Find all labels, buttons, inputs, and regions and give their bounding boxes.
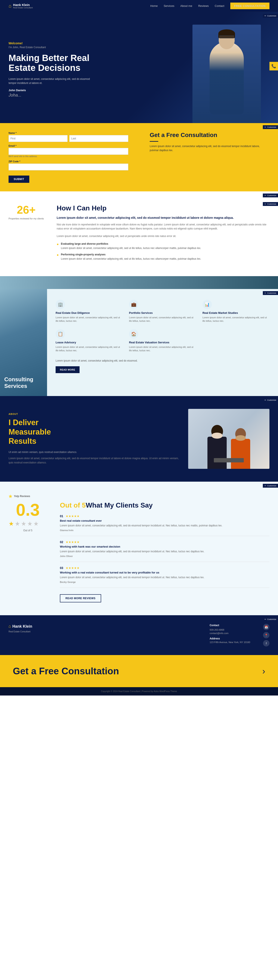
footer-icon-location[interactable]: 📍 — [263, 632, 270, 638]
reviews-section: ⭐ Yelp Reviews 0.3 ★ ★ ★ ★ ★ Out of 5 Ou… — [0, 482, 278, 616]
service-item-3: 📊 Real Estate Market Studies Lorem ipsum… — [203, 300, 270, 323]
submit-button[interactable]: SUBMIT — [8, 175, 29, 183]
services-read-more-button[interactable]: READ MORE — [56, 366, 79, 373]
footer-brand: ⌂ Hank Klein Real Estate Consultant — [8, 624, 32, 633]
list-icon-2: ● — [57, 253, 59, 257]
results-content: About I Deliver Measurable Results Ut en… — [8, 413, 180, 465]
nav-home[interactable]: Home — [150, 4, 158, 8]
review-title-2: Working with hank was our smartest decis… — [60, 545, 270, 548]
star-5: ★ — [33, 520, 39, 527]
reviews-title-prefix: Out of 5 — [60, 501, 86, 509]
hero-desc: Lorem ipsum dolor sit amet, consectetur … — [8, 77, 98, 85]
services-right-panel: 🏢 Real Estate Due Diligence Lorem ipsum … — [47, 289, 278, 396]
nav-about[interactable]: About me — [180, 4, 192, 8]
service-icon-2: 💼 — [129, 300, 138, 309]
nav-cta-button[interactable]: FREE CONSULTATION — [230, 3, 270, 9]
services-section: Consulting Services 🏢 Real Estate Due Di… — [0, 289, 278, 396]
help-main-content: How I Can Help Lorem ipsum dolor sit ame… — [57, 204, 270, 263]
results-image — [188, 409, 270, 469]
read-more-reviews-button[interactable]: READ MORE REVIEWS — [60, 594, 101, 602]
services-left-panel: Consulting Services — [0, 289, 47, 396]
footer-tagline: Real Estate Consultant — [8, 630, 32, 633]
navigation: ⌂ Hank Klein Real Estate Consultant Home… — [0, 0, 278, 12]
footer-logo-text: Hank Klein — [13, 624, 32, 628]
help-list-title-2: Performing single-property analyses — [61, 253, 201, 256]
bottom-cta-arrow[interactable]: › — [262, 667, 265, 676]
help-sub-text-2: Lorem ipsum dolor sit amet, consectetur … — [57, 234, 270, 238]
service-desc-2: Lorem ipsum dolor sit amet, consectetur … — [129, 316, 196, 323]
services-footer-text: Lorem ipsum dolor sit amet, consectetur … — [56, 359, 270, 363]
help-customize[interactable]: Customize — [263, 194, 278, 197]
review-item-3: 03 ★★★★★ Working with a real estate cons… — [60, 566, 270, 588]
service-icon-5: 🏠 — [129, 329, 138, 339]
email-input[interactable] — [8, 148, 128, 155]
footer-phone: 939-263-6868 — [210, 628, 250, 631]
name-row: Name * — [8, 132, 128, 142]
hero-name: John Daniels — [8, 89, 98, 92]
review-author-3: Becky George — [60, 581, 270, 583]
rating-label: Out of 5 — [8, 529, 47, 532]
nav-links: Home Services About me Reviews Contact F… — [150, 3, 270, 9]
zip-input[interactable] — [8, 164, 128, 170]
footer-email: contact@info.com — [210, 632, 250, 635]
footer-icon-calendar[interactable]: 📅 — [263, 624, 270, 630]
hero-signature: Joha... — [8, 93, 98, 98]
footer-icon-facebook[interactable]: f — [263, 640, 270, 646]
hero-welcome: Welcome! — [8, 41, 98, 45]
hero: Welcome! I'm John, Real Estate Consultan… — [0, 12, 278, 123]
help-list-text-2: Performing single-property analyses Lore… — [61, 253, 201, 261]
results-about-label: About — [8, 413, 180, 415]
star-2: ★ — [15, 520, 20, 527]
name-label: Name * — [8, 132, 128, 134]
help-list-desc-1: Lorem ipsum dolor sit amet, consectetur … — [61, 247, 201, 250]
review-stars-1: 01 ★★★★★ — [60, 514, 270, 518]
help-list: ● Evaluating large and diverse portfolio… — [57, 242, 270, 261]
review-text-3: Lorem ipsum dolor sit amet, consectetur … — [60, 576, 270, 579]
hero-content: Welcome! I'm John, Real Estate Consultan… — [8, 41, 98, 98]
last-name-input[interactable] — [69, 135, 128, 142]
review-author-2: John Oliver — [60, 555, 270, 557]
footer-address: 123 Fifth Avenue, New York, NY 10160 — [210, 641, 250, 643]
image-strip — [0, 276, 278, 289]
consultation-section: Name * Email * We'll send info to this a… — [0, 123, 278, 191]
reviews-customize[interactable]: Customize — [263, 484, 278, 488]
review-number-3: 03 — [60, 566, 63, 570]
help-sub-text-1: Nisi ute irure dolor in reprehenderit in… — [57, 223, 270, 231]
service-title-3: Real Estate Market Studies — [203, 311, 270, 315]
review-text-1: Lorem ipsum dolor sit amet, consectetur … — [60, 523, 270, 528]
rating-number: 0.3 — [8, 501, 47, 519]
logo-sub: Real Estate Consultant — [13, 6, 33, 9]
review-number-2: 02 — [60, 540, 63, 544]
footer: ⌂ Hank Klein Real Estate Consultant Cont… — [0, 615, 278, 655]
results-customize[interactable]: Customize — [263, 398, 278, 402]
nav-contact[interactable]: Contact — [215, 4, 224, 8]
help-list-text-1: Evaluating large and diverse portfolios … — [61, 242, 201, 250]
help-customize-2[interactable]: Customize — [263, 202, 278, 206]
email-hint: We'll send info to this address. — [8, 155, 128, 158]
first-name-input[interactable] — [8, 135, 68, 142]
hero-person-graphic — [192, 25, 261, 123]
results-title-line2: Measurable — [8, 428, 51, 436]
reviews-title-main: What My Clients Say — [86, 501, 153, 509]
results-desc: Ut enim ad minim veniam, quis nostrud ex… — [8, 450, 180, 454]
first-name-group: Name * — [8, 132, 128, 142]
help-content-wrapper: 26+ Properties reviewed for my clients H… — [0, 191, 278, 276]
form-title-side: Get a Free Consultation Lorem ipsum dolo… — [141, 132, 270, 153]
nav-services[interactable]: Services — [164, 4, 174, 8]
copyright-text: Copyright © 2024 Real Estate Consultant … — [101, 690, 177, 692]
consultation-title: Get a Free Consultation — [150, 132, 270, 138]
bottom-cta-title: Get a Free Consultation — [13, 666, 119, 676]
hero-customize[interactable]: Customize — [263, 14, 278, 18]
hero-subtitle: I'm John, Real Estate Consultant — [8, 46, 98, 49]
phone-button[interactable]: 📞 — [270, 62, 278, 70]
reviews-title: Out of 5What My Clients Say — [60, 501, 270, 509]
help-section: 26+ Properties reviewed for my clients H… — [0, 191, 278, 276]
services-customize[interactable]: Customize — [263, 291, 278, 295]
reviews-list: Out of 5What My Clients Say 01 ★★★★★ Bes… — [60, 501, 270, 603]
form-customize[interactable]: Customize — [263, 125, 278, 129]
service-desc-1: Lorem ipsum dolor sit amet, consectetur … — [56, 316, 122, 323]
footer-customize[interactable]: Customize — [263, 617, 278, 621]
nav-reviews[interactable]: Reviews — [198, 4, 209, 8]
reviews-header: ⭐ Yelp Reviews — [8, 495, 270, 498]
reviews-platform: Yelp Reviews — [14, 495, 30, 498]
